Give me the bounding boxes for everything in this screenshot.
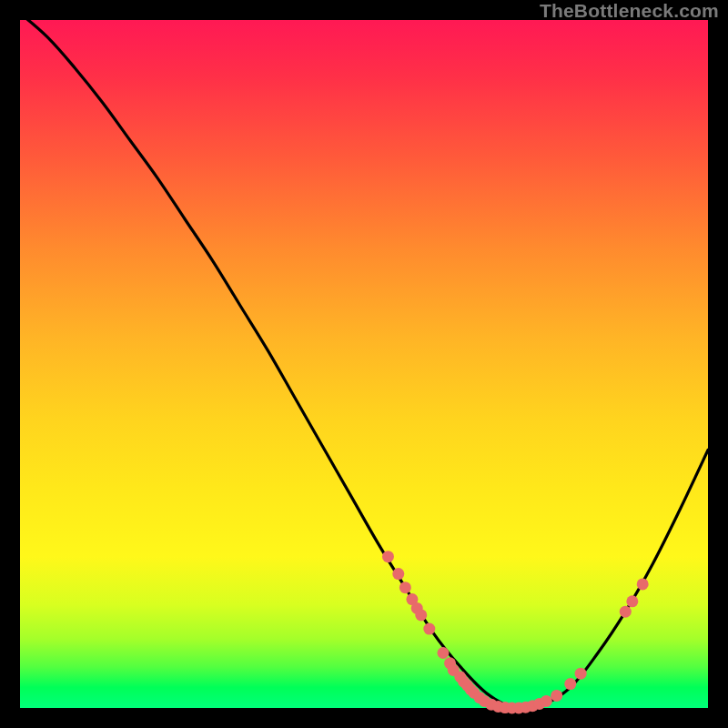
curve-marker [382,551,394,562]
curve-markers [382,551,649,713]
curve-marker [626,595,638,607]
curve-marker [399,581,411,593]
curve-marker [637,578,649,590]
chart-svg [20,20,708,708]
curve-line [20,13,708,708]
curve-marker [575,668,587,680]
curve-marker [564,678,576,690]
curve-marker [551,690,562,702]
curve-marker [620,606,632,618]
curve-marker [423,623,435,635]
curve-marker [437,647,449,659]
curve-marker [392,568,404,580]
attribution-text: TheBottleneck.com [540,0,719,22]
chart-container: TheBottleneck.com [0,0,728,728]
curve-marker [415,609,427,621]
curve-marker [541,695,552,707]
